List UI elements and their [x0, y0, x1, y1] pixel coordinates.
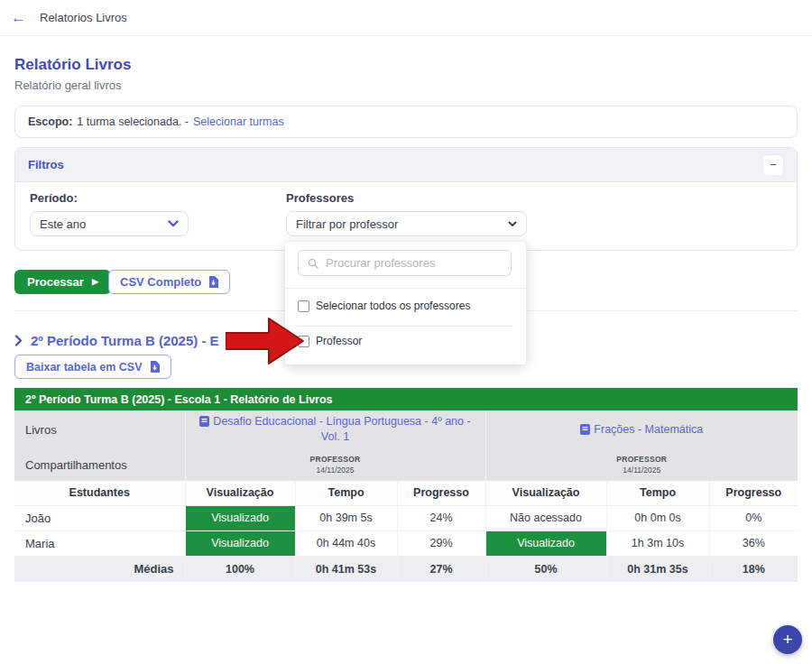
professors-value: Filtrar por professor	[296, 217, 398, 231]
column-header: Tempo	[606, 481, 709, 505]
columns-header-row: Estudantes Visualização Tempo Progresso …	[14, 481, 798, 505]
divider	[298, 326, 513, 327]
column-header: Progresso	[709, 481, 798, 505]
professor-option-label: Professor	[316, 335, 362, 347]
csv-complete-button[interactable]: CSV Completo	[108, 270, 230, 294]
page-subtitle: Relatório geral livros	[14, 78, 131, 92]
chevron-right-icon	[14, 335, 23, 346]
period-label: Período:	[30, 191, 78, 205]
professors-select[interactable]: Filtrar por professor	[286, 211, 527, 236]
chevron-down-icon	[508, 221, 517, 227]
book-link[interactable]: Frações - Matemática	[567, 420, 715, 440]
shares-row: Compartilhamentos PROFESSOR 14/11/2025 P…	[14, 448, 798, 481]
professor-search-placeholder: Procurar professores	[326, 256, 435, 270]
view-status-badge: Visualizado	[185, 505, 295, 530]
student-row: João Visualizado 0h 39m 5s 24% Não acess…	[14, 505, 798, 530]
back-arrow-icon[interactable]: ←	[11, 10, 26, 25]
shares-row-label: Compartilhamentos	[14, 448, 185, 481]
time-cell: 0h 44m 40s	[295, 530, 397, 556]
share-cell: PROFESSOR 14/11/2025	[185, 448, 485, 481]
professor-option[interactable]: Professor	[298, 335, 362, 347]
student-row: Maria Visualizado 0h 44m 40s 29% Visuali…	[14, 530, 798, 556]
column-header: Tempo	[295, 481, 397, 505]
student-name: João	[14, 505, 185, 530]
search-icon	[308, 258, 318, 269]
topbar-title: Relatorios Livros	[40, 11, 127, 24]
book-cell: Desafio Educacional - Língua Portuguesa …	[185, 410, 485, 448]
time-cell: 1h 3m 10s	[606, 530, 709, 556]
add-button[interactable]: +	[773, 625, 802, 654]
process-button[interactable]: Processar ▶	[14, 270, 111, 294]
professor-checkbox[interactable]	[298, 336, 309, 347]
chevron-down-icon	[168, 220, 179, 227]
progress-cell: 29%	[397, 530, 485, 556]
time-cell: 0h 39m 5s	[295, 505, 397, 530]
average-cell: 50%	[485, 556, 606, 582]
book-title: Desafio Educacional - Língua Portuguesa …	[213, 415, 470, 443]
book-title: Frações - Matemática	[594, 423, 703, 436]
topbar: ← Relatorios Livros	[0, 0, 812, 36]
filters-title: Filtros	[28, 158, 64, 171]
professor-search-input[interactable]: Procurar professores	[298, 250, 512, 276]
divider	[285, 288, 526, 289]
report-table-title: 2º Período Turma B (2025) - Escola 1 - R…	[14, 388, 798, 410]
view-status-badge: Visualizado	[485, 530, 606, 556]
section-title: 2º Período Turma B (2025) - E	[31, 333, 219, 348]
view-status-cell: Não acessado	[485, 505, 606, 530]
average-cell: 0h 31m 35s	[606, 556, 709, 582]
page-title: Relatório Livros	[14, 56, 131, 74]
share-author: PROFESSOR	[186, 455, 485, 464]
share-author: PROFESSOR	[486, 455, 798, 464]
time-cell: 0h 0m 0s	[606, 505, 709, 530]
csv-complete-label: CSV Completo	[120, 275, 201, 289]
students-column-header: Estudantes	[14, 481, 185, 505]
download-table-csv-button[interactable]: Baixar tabela em CSV	[14, 355, 171, 379]
column-header: Visualização	[485, 481, 606, 505]
select-classes-link[interactable]: Selecionar turmas	[193, 115, 284, 128]
average-cell: 100%	[185, 556, 295, 582]
filters-header: Filtros −	[15, 148, 797, 182]
page-heading: Relatório Livros Relatório geral livros	[14, 56, 131, 92]
progress-cell: 0%	[709, 505, 798, 530]
progress-cell: 24%	[397, 505, 485, 530]
average-cell: 18%	[709, 556, 798, 582]
averages-label: Médias	[14, 556, 185, 582]
column-header: Progresso	[397, 481, 485, 505]
book-icon	[199, 416, 209, 427]
download-table-csv-label: Baixar tabela em CSV	[26, 361, 143, 374]
books-row: Livros Desafio Educacional - Língua Port…	[14, 410, 798, 448]
filters-card: Filtros − Período: Este ano Professores …	[14, 147, 798, 251]
progress-cell: 36%	[709, 530, 798, 556]
period-select[interactable]: Este ano	[30, 211, 189, 236]
scope-bar: Escopo: 1 turma selecionada. - Seleciona…	[14, 106, 798, 138]
section-toggle[interactable]: 2º Período Turma B (2025) - E	[14, 333, 219, 348]
professors-label: Professores	[286, 191, 354, 205]
share-date: 14/11/2025	[186, 466, 485, 475]
play-icon: ▶	[92, 278, 98, 286]
report-table: 2º Período Turma B (2025) - Escola 1 - R…	[14, 388, 798, 582]
professors-dropdown-panel: Procurar professores Selecionar todos os…	[285, 242, 526, 364]
scope-label: Escopo:	[28, 115, 72, 128]
average-cell: 27%	[397, 556, 485, 582]
column-header: Visualização	[185, 481, 295, 505]
select-all-professors-option[interactable]: Selecionar todos os professores	[298, 300, 470, 312]
file-download-icon	[150, 361, 160, 373]
share-date: 14/11/2025	[486, 466, 798, 475]
book-icon	[580, 424, 590, 435]
student-name: Maria	[14, 530, 185, 556]
view-status-badge: Visualizado	[185, 530, 295, 556]
file-download-icon	[208, 276, 218, 288]
books-row-label: Livros	[14, 410, 185, 448]
select-all-professors-checkbox[interactable]	[298, 300, 309, 312]
book-cell: Frações - Matemática	[485, 410, 798, 448]
process-label: Processar	[27, 275, 84, 289]
select-all-professors-label: Selecionar todos os professores	[316, 300, 470, 312]
book-link[interactable]: Desafio Educacional - Língua Portuguesa …	[186, 411, 485, 447]
screen: ← Relatorios Livros Relatório Livros Rel…	[0, 0, 812, 664]
average-cell: 0h 41m 53s	[295, 556, 397, 582]
period-value: Este ano	[40, 217, 86, 231]
share-cell: PROFESSOR 14/11/2025	[485, 448, 798, 481]
averages-row: Médias 100% 0h 41m 53s 27% 50% 0h 31m 35…	[14, 556, 798, 582]
scope-text: 1 turma selecionada. -	[77, 115, 189, 128]
collapse-filters-button[interactable]: −	[762, 154, 784, 176]
